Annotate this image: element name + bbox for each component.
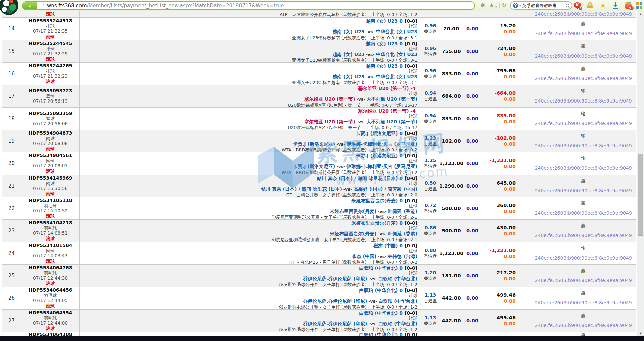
bet-info-cell: HDP5535093359 篮球 07/17 20:56:06 xyxy=(21,108,80,130)
match-info-cell: 卡贾.J (斯洛文尼亚) 0[0-0] 让球 卡贾.J (斯洛文尼亚)-vs-伊… xyxy=(80,152,421,175)
league-label: WTA - BRD布加勒斯特公开赛 (盘数获胜者) xyxy=(282,147,367,152)
league-label: 俄罗斯羽毛球公开赛 - 女子单打 (局数获胜者) xyxy=(279,327,367,332)
win-loss-secondary: 0.00 xyxy=(504,29,516,35)
team-a-label: 越南 (女) U23 xyxy=(332,74,364,79)
bet-timestamp: 07/17 20:08:01 xyxy=(33,163,68,169)
team-b-label: 中华台北 (女) U23 xyxy=(376,52,417,57)
team-b-label: 大不列颠 U20 (第一节) xyxy=(367,96,417,102)
compatibility-mode-icon[interactable]: ✽ xyxy=(480,2,485,9)
odds-value: 1.20 xyxy=(425,270,436,276)
lock-icon[interactable] xyxy=(587,2,593,8)
sport-label: 排球 xyxy=(46,24,55,29)
vertical-scrollbar[interactable]: ▲ ▼ xyxy=(637,11,644,336)
search-input[interactable]: 英孚教育外教吸毒 xyxy=(522,3,564,9)
back-button[interactable]: ‹ xyxy=(23,2,37,9)
download-icon[interactable] xyxy=(612,2,619,9)
bet-type-label: 让球 xyxy=(80,293,417,298)
result-cell: 输 240e:fe:2603:b900:90ec:8f8e:9e9a:9049 xyxy=(530,130,636,152)
score-label: 上半场: 0-0 / 全场: 2-1 xyxy=(371,215,417,220)
selection-score: [0-0] xyxy=(405,176,417,181)
match-info-cell: 白驭珀 (中华台北) 0[0-0] 让球 乔伊伦尼萨.乔伊伦尼萨 (印尼)-vs… xyxy=(80,287,421,309)
odds-cell: 0.80 香港盘 xyxy=(421,242,440,264)
search-icon[interactable] xyxy=(566,4,569,7)
search-engine-dropdown-icon[interactable]: ▾ xyxy=(519,4,521,7)
bet-timestamp: 07/17 21:32:29 xyxy=(33,51,68,57)
odds-cell: 1.20 香港盘 xyxy=(421,265,440,287)
refresh-icon[interactable]: ↻ xyxy=(502,2,506,9)
win-loss-secondary: 0.00 xyxy=(504,186,516,192)
odds-market-label: 香港盘 xyxy=(424,253,437,259)
result-label: 赢 xyxy=(530,178,636,184)
live-bet-label: 滚球 xyxy=(46,57,55,62)
amount-cell xyxy=(440,11,463,17)
valid-amount-cell xyxy=(463,11,482,17)
vs-label: -vs- xyxy=(366,29,375,35)
apps-grid-icon[interactable] xyxy=(636,2,642,9)
selection-score: [0-0] xyxy=(405,63,417,69)
live-bet-label: 滚球 xyxy=(46,236,55,242)
favorites-star-icon[interactable]: ★ xyxy=(489,2,494,9)
odds-market-label: 香港盘 xyxy=(424,208,437,214)
win-loss-value: 724.80 xyxy=(497,45,516,51)
bet-type-label: 让球 xyxy=(80,248,417,254)
result-label: 赢 xyxy=(530,200,636,206)
win-loss-secondary: 0.00 xyxy=(504,321,516,327)
games-badge: 9+ xyxy=(629,6,634,10)
win-loss-value: 799.68 xyxy=(497,68,516,74)
odds-market-label: 香港盘 xyxy=(424,321,437,326)
result-label: 赢 xyxy=(530,66,636,72)
bet-id: HDP5534064308 xyxy=(28,332,72,336)
odds-cell: 1.25 香港盘 xyxy=(421,152,440,175)
result-cell: 赢 240e:fe:2603:b900:90ec:8f8e:9e9a:9049 xyxy=(530,175,636,197)
scroll-down-arrow[interactable]: ▼ xyxy=(637,331,644,336)
address-bar[interactable]: ‹ wns.fts368.com/Member/Lists/payment_be… xyxy=(22,1,475,10)
search-box[interactable]: ▾ 英孚教育外教吸毒 xyxy=(510,1,572,10)
bet-info-cell: HDP5535244269 排球 07/17 21:32:23 滚球 xyxy=(21,63,80,85)
odds-market-label: 香港盘 xyxy=(424,231,437,236)
league-label: U20欧洲锦标赛A区 (以色列) - 第一节 xyxy=(288,103,361,108)
games-icon[interactable]: 9+ xyxy=(625,2,632,9)
bet-type-label: 让球 xyxy=(80,46,417,52)
odds-cell: 0.94 香港盘 xyxy=(421,85,440,107)
bookmark-star-icon[interactable]: ★ xyxy=(600,2,606,9)
url-text[interactable]: wns.fts368.com/Member/Lists/payment_betL… xyxy=(47,3,284,9)
result-label: 赢 xyxy=(530,313,636,319)
amount-cell: 664.00 xyxy=(440,85,463,107)
sport-label: 羽毛球 xyxy=(44,316,57,321)
ip-address: 240e:fe:2603:b900:90ec:8f8e:9e9a:9049 xyxy=(530,255,636,261)
table-row: 16 HDP5535244269 排球 07/17 21:32:23 滚球 越南… xyxy=(2,63,636,85)
scroll-up-arrow[interactable]: ▲ xyxy=(637,11,644,17)
result-cell: 输 240e:fe:2603:b900:90ec:8f8e:9e9a:9049 xyxy=(530,152,636,175)
win-loss-cell: 799.68 0.00 xyxy=(482,63,530,85)
favorites-dropdown-icon[interactable]: ▾ xyxy=(495,4,497,10)
security-shield-icon[interactable]: K ! xyxy=(574,2,581,9)
amount-cell: 20.00 xyxy=(440,18,463,40)
scrollbar-thumb[interactable] xyxy=(638,154,643,236)
ip-address: 240e:fe:2603:b900:90ec:8f8e:9e9a:9049 xyxy=(530,233,636,238)
win-loss-value: -833.00 xyxy=(495,113,516,119)
win-loss-cell: -102.00 0.00 xyxy=(482,130,530,152)
sport-label: 羽毛球 xyxy=(44,271,57,276)
league-label: 俄罗斯羽毛球公开赛 - 女子单打 (局数获胜者) xyxy=(279,304,367,310)
row-number-cell: 23 xyxy=(2,220,21,242)
amount-cell: 442.00 xyxy=(440,310,463,332)
odds-cell: 0.50 香港盘 xyxy=(421,175,440,197)
win-loss-secondary: 0.00 xyxy=(504,253,516,259)
odds-market-label: 香港盘 xyxy=(424,298,437,304)
win-loss-cell: 499.46 0.00 xyxy=(482,287,530,309)
bet-info-cell: 滚球 xyxy=(21,11,80,17)
selection-label: 越南 (女) U23 0 xyxy=(366,18,403,24)
result-label: 赢 xyxy=(530,223,636,229)
team-b-label: 叶佩延 (香港) xyxy=(388,209,417,214)
selection-label: 鲇川 真奈 (日本) / 濑间 咏里花 (日本) 0 xyxy=(317,176,403,181)
bet-timestamp: 07/17 12:44:00 xyxy=(33,321,68,326)
bet-type-label: 让球 xyxy=(80,91,417,96)
odds-market-label: 香港盘 xyxy=(424,74,437,79)
win-loss-cell: -1,223.00 0.00 xyxy=(482,242,530,264)
odds-cell xyxy=(421,332,440,336)
bet-type-label: 让球 xyxy=(80,181,417,186)
result-cell: 输 240e:fe:2603:b900:90ec:8f8e:9e9a:9049 xyxy=(530,242,636,264)
league-label: 印度尼西亚羽毛球公开赛 - 女子单打(局数获胜者) xyxy=(272,237,367,242)
team-a-label: 卡贾.J (斯洛文尼亚) xyxy=(293,164,335,169)
team-a-label: 乔伊伦尼萨.乔伊伦尼萨 (印尼) xyxy=(303,276,367,281)
